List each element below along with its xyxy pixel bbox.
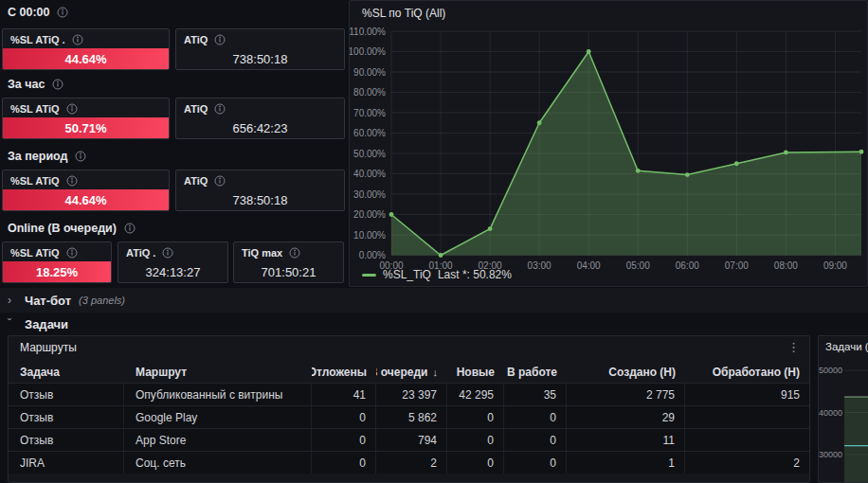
legend-series-label[interactable]: %SL_TiQ (383, 268, 431, 281)
svg-text:08:00: 08:00 (774, 260, 798, 271)
row-toggle-tasks[interactable]: ˇ Задачи (0, 313, 868, 335)
svg-text:40.00%: 40.00% (353, 169, 386, 179)
svg-text:03:00: 03:00 (528, 260, 552, 271)
table-cell: 0 (447, 429, 504, 451)
table-cell: JIRA (9, 452, 124, 474)
table-row: ОтзывApp Store07940011 (9, 428, 809, 451)
stat-value: 44.64% (3, 48, 169, 69)
column-header[interactable]: Обработано (Н) (685, 362, 809, 383)
info-icon[interactable] (214, 103, 226, 115)
svg-text:50000: 50000 (819, 366, 842, 375)
stat-value: 18.25% (3, 261, 111, 282)
info-icon[interactable] (66, 175, 78, 187)
info-icon[interactable] (52, 79, 63, 90)
svg-text:30000: 30000 (819, 450, 842, 459)
info-icon[interactable] (214, 34, 226, 45)
table-cell: App Store (124, 429, 312, 451)
stat-panel-sl-atiq-period: %SL ATiQ 44.64% (2, 170, 170, 211)
svg-text:04:00: 04:00 (577, 260, 601, 271)
stat-value: 44.64% (3, 189, 169, 210)
info-icon[interactable] (214, 175, 226, 187)
stat-panel-atiq-hour: ATiQ 656:42:23 (175, 98, 345, 139)
legend-series-swatch (362, 274, 376, 277)
tasks-mini-chart[interactable]: 500004000030000 (819, 336, 868, 482)
svg-text:30.00%: 30.00% (353, 189, 386, 200)
info-icon[interactable] (66, 247, 78, 259)
routes-table: ЗадачаМаршрутОтложеныВ очереди↓НовыеВ ра… (9, 362, 809, 474)
table-cell: 11 (567, 429, 685, 451)
legend-last-value: Last *: 50.82% (438, 268, 512, 281)
table-cell: Опубликованный с витрины (124, 384, 312, 405)
info-icon[interactable] (124, 223, 136, 234)
table-cell: 0 (504, 452, 567, 474)
panel-routes-table: Маршруты ⋮ ЗадачаМаршрутОтложеныВ очеред… (8, 335, 810, 483)
stat-value: 324:13:27 (118, 261, 227, 282)
column-header[interactable]: Отложены (312, 362, 376, 383)
table-cell: 2 (376, 452, 447, 474)
stat-panel-title[interactable]: ATiQ (184, 34, 208, 45)
sort-desc-icon: ↓ (433, 367, 439, 378)
column-header[interactable]: Новые (447, 362, 504, 383)
svg-text:09:00: 09:00 (823, 260, 847, 271)
table-cell: 0 (504, 406, 567, 428)
stat-panel-title[interactable]: %SL ATiQ (10, 103, 60, 115)
table-cell: 0 (447, 406, 504, 428)
row-title[interactable]: Чат-бот (25, 294, 71, 308)
info-icon[interactable] (75, 151, 86, 162)
panel-sl-tiq-chart: %SL по TiQ (All) 0.00%10.00%20.00%30.00%… (349, 0, 868, 287)
info-icon[interactable] (72, 34, 83, 45)
svg-text:40000: 40000 (819, 408, 842, 418)
row-title[interactable]: Задачи (25, 317, 68, 331)
info-icon[interactable] (289, 247, 300, 259)
stat-value: 701:50:21 (234, 261, 343, 282)
stat-panel-title[interactable]: %SL ATiQ (10, 175, 60, 187)
section-label-from-midnight: С 00:00 (8, 6, 68, 19)
column-header[interactable]: Задача (9, 362, 124, 383)
info-icon[interactable] (57, 7, 68, 18)
svg-text:60.00%: 60.00% (353, 128, 386, 138)
stat-value: 656:42:23 (176, 117, 344, 138)
table-cell: 41 (312, 384, 376, 405)
stat-panel-sl-atiq-day: %SL ATiQ . 44.64% (2, 28, 170, 70)
svg-text:80.00%: 80.00% (353, 87, 386, 98)
column-header[interactable]: В очереди↓ (376, 362, 447, 383)
table-cell: 0 (312, 452, 376, 474)
table-row: JIRAСоц. сеть020012 (9, 451, 809, 474)
info-icon[interactable] (66, 103, 78, 115)
stat-panel-title[interactable]: ATiQ . (126, 247, 155, 259)
table-cell: 0 (312, 406, 376, 428)
column-header[interactable]: Маршрут (124, 362, 312, 383)
section-label-text: С 00:00 (8, 6, 49, 19)
panel-tasks-mini-chart: Задачи (All 500004000030000 (818, 335, 868, 483)
sl-tiq-area-chart[interactable]: 0.00%10.00%20.00%30.00%40.00%50.00%60.00… (350, 1, 867, 286)
table-cell: Отзыв (9, 406, 124, 428)
chevron-down-icon: ˇ (8, 317, 17, 331)
table-cell (685, 429, 809, 451)
table-row: ОтзывОпубликованный с витрины4123 39742 … (9, 383, 809, 405)
table-cell: Google Play (124, 406, 312, 428)
table-cell: 2 775 (567, 384, 685, 405)
section-label-period: За период (8, 150, 86, 163)
stat-panel-atiq-period: ATiQ 738:50:18 (175, 170, 345, 211)
column-header[interactable]: Создано (Н) (567, 362, 685, 383)
panel-menu-icon[interactable]: ⋮ (784, 339, 804, 356)
column-header[interactable]: В работе (504, 362, 567, 383)
section-label-hour: За час (8, 78, 63, 91)
svg-text:0.00%: 0.00% (359, 250, 386, 260)
stat-panel-title[interactable]: %SL ATiQ . (10, 34, 65, 45)
table-cell: 5 862 (376, 406, 447, 428)
section-label-text: За период (8, 150, 67, 163)
stat-panel-title[interactable]: TiQ max (242, 247, 282, 259)
grafana-dashboard: { "colors": { "accent_red_start": "#d220… (0, 0, 868, 483)
row-toggle-chatbot[interactable]: › Чат-бот (3 panels) (0, 288, 868, 313)
stat-value: 738:50:18 (176, 48, 344, 69)
stat-value: 738:50:18 (176, 189, 344, 210)
info-icon[interactable] (162, 247, 173, 259)
stat-panel-title[interactable]: ATiQ (184, 175, 208, 187)
table-cell: 29 (567, 406, 685, 428)
table-cell: Отзыв (9, 384, 124, 405)
stat-panel-title[interactable]: %SL ATiQ (10, 247, 60, 259)
stat-panel-title[interactable]: ATiQ (184, 103, 208, 115)
table-cell: 23 397 (376, 384, 447, 405)
routes-panel-title[interactable]: Маршруты (20, 341, 77, 354)
